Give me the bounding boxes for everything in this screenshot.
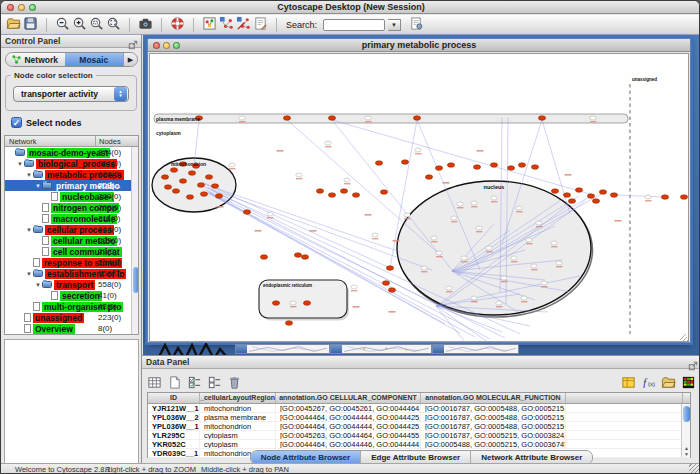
table-cell[interactable]: [GO:0045263, GO:0044464, GO:0044455, G..…: [276, 431, 421, 439]
table-cell[interactable]: YJR121W__1: [148, 404, 200, 412]
birdseye-overview-panel[interactable]: [4, 339, 139, 474]
table-cell[interactable]: [GO:0016787, GO:0005488, GO:0005215, G..…: [421, 422, 566, 430]
table-row[interactable]: YKR052Ccytoplasm[GO:0044464, GO:0044446,…: [148, 440, 690, 449]
network-node[interactable]: [476, 226, 482, 230]
network-view-window[interactable]: primary metabolic process plasma membran…: [147, 38, 691, 343]
table-cell[interactable]: mitochondrion: [200, 404, 276, 412]
network-node-selected[interactable]: [215, 194, 222, 199]
tab-network[interactable]: Network: [6, 53, 65, 66]
tree-row[interactable]: multi-organism pro42(0): [5, 301, 138, 312]
network-node[interactable]: [645, 195, 651, 199]
network-node-selected[interactable]: [473, 165, 480, 170]
network-node-selected[interactable]: [340, 189, 347, 194]
create-view-icon[interactable]: [218, 15, 235, 32]
network-node-selected[interactable]: [435, 166, 442, 171]
tree-row[interactable]: ▼biological_process651(0): [5, 158, 138, 169]
network-node-selected[interactable]: [388, 288, 395, 293]
tree-row[interactable]: ▼primary metabo209(...: [5, 180, 138, 191]
network-node-selected[interactable]: [301, 255, 308, 260]
network-node-selected[interactable]: [197, 183, 204, 188]
table-row[interactable]: YPL036W__2plasma membrane[GO:0044464, GO…: [148, 413, 690, 422]
network-node-selected[interactable]: [164, 185, 171, 190]
new-attribute-icon[interactable]: [166, 374, 183, 391]
zoom-out-icon[interactable]: [54, 15, 71, 32]
network-node-selected[interactable]: [260, 255, 267, 260]
network-node-selected[interactable]: [592, 199, 599, 204]
network-node-selected[interactable]: [563, 193, 570, 198]
network-node-selected[interactable]: [413, 116, 420, 121]
resize-grip[interactable]: [689, 463, 700, 474]
network-node[interactable]: [267, 212, 273, 216]
network-node-selected[interactable]: [382, 281, 389, 286]
network-node-selected[interactable]: [538, 116, 545, 121]
background-window[interactable]: [432, 344, 519, 354]
tree-expand-arrow[interactable]: ▼: [16, 161, 24, 167]
tree-row[interactable]: nucleobase-209(0): [5, 191, 138, 202]
network-node[interactable]: [404, 213, 410, 217]
network-node-selected[interactable]: [575, 188, 582, 193]
network-node-selected[interactable]: [680, 195, 687, 200]
delete-attribute-icon[interactable]: [226, 374, 243, 391]
network-node-selected[interactable]: [568, 199, 575, 204]
select-attributes-icon[interactable]: [186, 374, 203, 391]
configure-search-icon[interactable]: [408, 15, 425, 32]
tree-row[interactable]: Overview8(0): [5, 323, 138, 334]
column-header[interactable]: annotation.GO MOLECULAR_FUNCTION: [421, 393, 566, 403]
region-plasma-membrane[interactable]: [154, 114, 628, 123]
network-node[interactable]: [541, 281, 547, 285]
network-node-selected[interactable]: [205, 175, 212, 180]
network-node-selected[interactable]: [599, 190, 606, 195]
network-node-selected[interactable]: [294, 253, 301, 258]
table-row[interactable]: YPL036W__1mitochondrion[GO:0044464, GO:0…: [148, 422, 690, 431]
network-window-titlebar[interactable]: primary metabolic process: [148, 39, 690, 52]
attribute-table-icon[interactable]: [146, 374, 163, 391]
node-color-combobox[interactable]: transporter activity ▲▼: [13, 86, 129, 102]
annotations-icon[interactable]: [252, 15, 269, 32]
network-node-selected[interactable]: [243, 210, 250, 215]
tree-row[interactable]: ▼cellular process614(0): [5, 224, 138, 235]
network-node-selected[interactable]: [507, 166, 514, 171]
float-panel-icon[interactable]: [688, 357, 698, 367]
network-node[interactable]: [451, 216, 457, 220]
zoom-in-icon[interactable]: [71, 15, 88, 32]
network-node-selected[interactable]: [425, 175, 432, 180]
heatmap-view-icon[interactable]: [680, 374, 697, 391]
table-cell[interactable]: [GO:0005488, GO:0005215, GO:0003674]: [421, 440, 566, 448]
network-node[interactable]: [471, 296, 477, 300]
network-node[interactable]: [486, 246, 492, 250]
network-node[interactable]: [516, 206, 522, 210]
network-node[interactable]: [431, 236, 437, 240]
tree-row[interactable]: response to stimul264(0): [5, 257, 138, 268]
network-node[interactable]: [239, 116, 245, 120]
tree-row[interactable]: ▼establishment of lo558(0): [5, 268, 138, 279]
network-node-selected[interactable]: [211, 184, 218, 189]
table-row[interactable]: YJR121W__1mitochondrion[GO:0045267, GO:0…: [148, 404, 690, 413]
network-node-selected[interactable]: [283, 116, 290, 121]
open-session-icon[interactable]: [5, 15, 22, 32]
network-node-selected[interactable]: [186, 195, 193, 200]
network-node[interactable]: [344, 178, 350, 182]
network-node[interactable]: [351, 285, 357, 289]
network-node-selected[interactable]: [661, 195, 668, 200]
export-image-icon[interactable]: [137, 15, 154, 32]
column-header[interactable]: annotation.GO CELLULAR_COMPONENT: [276, 393, 421, 403]
network-node-selected[interactable]: [610, 193, 617, 198]
table-cell[interactable]: cytoplasm: [200, 440, 276, 448]
network-node[interactable]: [590, 116, 596, 120]
column-header[interactable]: ID: [148, 393, 200, 403]
network-node[interactable]: [531, 264, 537, 268]
network-node-selected[interactable]: [172, 189, 179, 194]
network-node[interactable]: [496, 301, 502, 305]
tree-scroll-thumb[interactable]: [133, 267, 138, 293]
network-node[interactable]: [556, 261, 562, 265]
network-node-selected[interactable]: [386, 266, 393, 271]
network-node[interactable]: [415, 148, 421, 152]
table-cell[interactable]: [GO:0044464, GO:0044446, GO:0044444, G..…: [276, 440, 421, 448]
table-cell[interactable]: [GO:0016787, GO:0005488, GO:0005215, G..…: [421, 404, 566, 412]
network-node-selected[interactable]: [179, 179, 186, 184]
network-node[interactable]: [501, 276, 507, 280]
unselect-attributes-icon[interactable]: [206, 374, 223, 391]
network-node[interactable]: [457, 202, 463, 206]
table-cell[interactable]: YPL036W__1: [148, 422, 200, 430]
network-node-selected[interactable]: [188, 171, 195, 176]
